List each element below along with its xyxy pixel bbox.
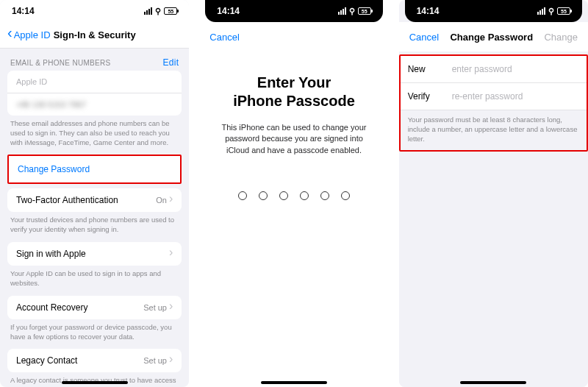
twofa-detail: On [156,196,173,205]
content-scroll[interactable]: EMAIL & PHONE NUMBERS Edit Apple ID +86 … [0,49,189,387]
card-twofa: Two-Factor Authentication On [7,188,182,212]
status-bar: 14:14 ⚲ 55 [405,0,582,22]
content: New enter password Verify re-enter passw… [399,52,588,387]
row-twofa[interactable]: Two-Factor Authentication On [7,188,182,212]
passcode-dot [320,191,329,200]
status-right: ⚲ 55 [144,7,177,16]
passcode-description: This iPhone can be used to change your p… [217,122,370,156]
status-time: 14:14 [12,6,35,16]
row-apple-id[interactable]: Apple ID [7,71,182,93]
nav-bar: Apple ID Sign-In & Security [0,22,189,49]
card-recovery: Account Recovery Set up [7,296,182,319]
battery-icon: 55 [358,7,371,15]
page-title: Change Password [450,32,533,43]
passcode-dot [341,191,350,200]
page-title: Sign-In & Security [54,29,136,40]
footnote-recovery: If you forget your password or device pa… [0,319,189,349]
chevron-right-icon [169,303,173,312]
password-form: New enter password Verify re-enter passw… [401,56,587,110]
row-siwa[interactable]: Sign in with Apple [7,242,182,266]
passcode-dot [259,191,268,200]
battery-icon: 55 [557,7,570,15]
passcode-dot [300,191,309,200]
change-action-button[interactable]: Change [544,32,578,43]
phone-value: +86 130 5153 7967 [16,100,86,109]
status-bar: 14:14 ⚲ 55 [0,0,189,22]
row-new-password[interactable]: New enter password [401,56,587,83]
password-form-highlight: New enter password Verify re-enter passw… [399,54,588,152]
home-indicator[interactable] [460,381,526,384]
verify-password-label: Verify [408,91,452,102]
wifi-icon: ⚲ [548,7,554,16]
card-change-password: Change Password [7,155,182,184]
nav-bar: Cancel Change Password Change [399,22,588,52]
screen-signin-security: 14:14 ⚲ 55 Apple ID Sign-In & Security E… [0,0,189,387]
home-indicator[interactable] [62,381,128,384]
new-password-label: New [408,64,452,74]
change-password-button[interactable]: Change Password [9,157,180,181]
edit-button[interactable]: Edit [162,57,179,68]
passcode-title: Enter Your iPhone Passcode [217,74,370,110]
back-button[interactable]: Apple ID [7,29,51,40]
footnote-email: These email addresses and phone numbers … [0,116,189,155]
chevron-right-icon [169,249,173,258]
password-requirements: Your password must be at least 8 charact… [401,110,587,149]
screen-change-password: 14:14 ⚲ 55 Cancel Change Password Change… [399,0,588,387]
cancel-button[interactable]: Cancel [409,32,439,43]
status-time: 14:14 [217,6,240,16]
content: Enter Your iPhone Passcode This iPhone c… [199,52,388,387]
cellular-signal-icon [537,7,545,15]
cellular-signal-icon [338,7,346,15]
card-email-phone: Apple ID +86 130 5153 7967 [7,71,182,116]
nav-bar: Cancel [199,22,388,52]
footnote-siwa: Your Apple ID can be used to sign in to … [0,266,189,296]
battery-icon: 55 [164,7,177,15]
home-indicator[interactable] [261,381,327,384]
screen-enter-passcode: 14:14 ⚲ 55 Cancel Enter Your iPhone Pass… [199,0,388,387]
passcode-dot [238,191,247,200]
cellular-signal-icon [144,7,152,15]
verify-password-input[interactable]: re-enter password [452,91,523,102]
chevron-right-icon [169,196,173,205]
status-time: 14:14 [417,6,440,16]
chevron-left-icon [7,29,12,40]
passcode-dot [279,191,288,200]
apple-id-label: Apple ID [16,77,47,86]
footnote-legacy: A legacy contact is someone you trust to… [0,372,189,387]
wifi-icon: ⚲ [155,7,161,16]
back-label: Apple ID [14,29,51,40]
chevron-right-icon [169,356,173,365]
cancel-button[interactable]: Cancel [209,32,239,43]
status-bar: 14:14 ⚲ 55 [205,0,382,22]
passcode-dots[interactable] [217,191,370,200]
card-legacy: Legacy Contact Set up [7,349,182,372]
footnote-twofa: Your trusted devices and phone numbers a… [0,212,189,242]
row-verify-password[interactable]: Verify re-enter password [401,83,587,110]
row-legacy-contact[interactable]: Legacy Contact Set up [7,349,182,372]
wifi-icon: ⚲ [349,7,355,16]
row-account-recovery[interactable]: Account Recovery Set up [7,296,182,319]
section-header-email: EMAIL & PHONE NUMBERS Edit [0,49,189,71]
status-right: ⚲ 55 [537,7,570,16]
status-right: ⚲ 55 [338,7,371,16]
new-password-input[interactable]: enter password [452,64,512,74]
card-siwa: Sign in with Apple [7,242,182,266]
row-phone-number[interactable]: +86 130 5153 7967 [7,93,182,116]
